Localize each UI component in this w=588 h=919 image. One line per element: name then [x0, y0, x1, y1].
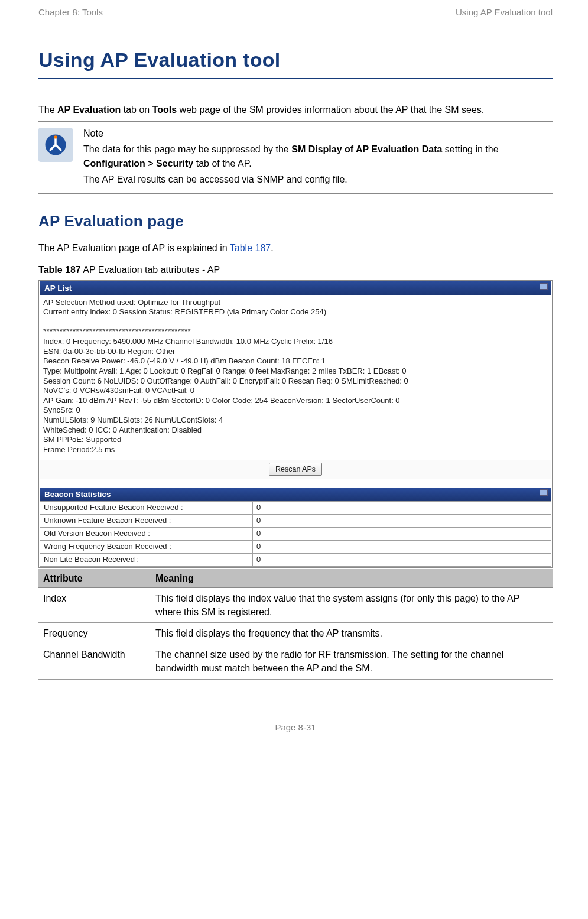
- stat-label: Unsupported Feature Beacon Received :: [40, 502, 253, 515]
- text: The: [38, 105, 57, 115]
- minimize-icon[interactable]: [540, 283, 548, 290]
- ap-list-panel-header: AP List: [40, 281, 551, 295]
- page-footer: Page 8-31: [38, 721, 553, 734]
- caption-text: AP Evaluation tab attributes - AP: [81, 265, 220, 275]
- attribute-name: Channel Bandwidth: [38, 644, 151, 679]
- table-row: Wrong Frequency Beacon Received :0: [40, 540, 551, 553]
- stat-label: Old Version Beacon Received :: [40, 527, 253, 540]
- section-heading: AP Evaluation page: [38, 210, 553, 233]
- text: .: [271, 243, 273, 253]
- note-line: The data for this page may be suppressed…: [83, 142, 553, 170]
- rescan-aps-button[interactable]: Rescan APs: [269, 463, 322, 476]
- text: web page of the SM provides information …: [177, 105, 484, 115]
- attribute-meaning: The channel size used by the radio for R…: [151, 644, 553, 679]
- table-caption: Table 187 AP Evaluation tab attributes -…: [38, 263, 553, 277]
- rescan-row: Rescan APs: [40, 460, 551, 479]
- bold-text: AP Evaluation: [57, 105, 121, 115]
- note-box: Note The data for this page may be suppr…: [38, 121, 553, 194]
- stat-label: Wrong Frequency Beacon Received :: [40, 540, 253, 553]
- ap-list-line: Session Count: 6 NoLUIDS: 0 OutOfRange: …: [43, 376, 548, 387]
- col-header-meaning: Meaning: [151, 569, 553, 588]
- stat-value: 0: [253, 515, 551, 528]
- bold-text: SM Display of AP Evaluation Data: [291, 144, 442, 154]
- attribute-name: Index: [38, 587, 151, 622]
- minimize-icon[interactable]: [540, 489, 548, 496]
- section-intro: The AP Evaluation page of AP is explaine…: [38, 241, 553, 255]
- ap-list-line: SM PPPoE: Supported: [43, 435, 548, 445]
- note-content: Note The data for this page may be suppr…: [83, 126, 553, 189]
- ap-list-separator: ****************************************…: [43, 327, 548, 337]
- beacon-stats-panel-header: Beacon Statistics: [40, 488, 551, 502]
- stat-value: 0: [253, 502, 551, 515]
- text: The AP Evaluation page of AP is explaine…: [38, 243, 230, 253]
- stat-value: 0: [253, 553, 551, 566]
- table-row: Frequency This field displays the freque…: [38, 623, 553, 644]
- bold-text: Configuration > Security: [83, 158, 193, 168]
- table-row: Unsupported Feature Beacon Received :0: [40, 502, 551, 515]
- page-header: Chapter 8: Tools Using AP Evaluation too…: [38, 6, 553, 19]
- ap-list-body: AP Selection Method used: Optimize for T…: [40, 295, 551, 460]
- stat-value: 0: [253, 527, 551, 540]
- beacon-stats-table: Unsupported Feature Beacon Received :0 U…: [40, 501, 551, 566]
- ap-list-line: AP Gain: -10 dBm AP RcvT: -55 dBm Sector…: [43, 396, 548, 406]
- stat-label: Unknown Feature Beacon Received :: [40, 515, 253, 528]
- table-row: Index This field displays the index valu…: [38, 587, 553, 622]
- text: tab of the AP.: [193, 158, 251, 168]
- page-title: Using AP Evaluation tool: [38, 46, 553, 74]
- panel-title: AP List: [44, 284, 72, 293]
- attribute-name: Frequency: [38, 623, 151, 644]
- ap-list-line: Type: Multipoint Avail: 1 Age: 0 Lockout…: [43, 366, 548, 376]
- intro-paragraph: The AP Evaluation tab on Tools web page …: [38, 103, 553, 116]
- ap-list-line: SyncSrc: 0: [43, 405, 548, 415]
- attribute-meaning: This field displays the index value that…: [151, 587, 553, 622]
- table-header-row: Attribute Meaning: [38, 569, 553, 588]
- col-header-attribute: Attribute: [38, 569, 151, 588]
- header-left: Chapter 8: Tools: [38, 6, 103, 19]
- stat-value: 0: [253, 540, 551, 553]
- note-label: Note: [83, 126, 553, 140]
- note-icon: [38, 128, 73, 162]
- text: The data for this page may be suppressed…: [83, 144, 291, 154]
- ap-list-line: ESN: 0a-00-3e-bb-00-fb Region: Other: [43, 347, 548, 357]
- ap-list-line: AP Selection Method used: Optimize for T…: [43, 298, 548, 308]
- attribute-meaning: This field displays the frequency that t…: [151, 623, 553, 644]
- panel-title: Beacon Statistics: [44, 490, 111, 499]
- ap-list-line: Index: 0 Frequency: 5490.000 MHz Channel…: [43, 337, 548, 347]
- embedded-screenshot: AP List AP Selection Method used: Optimi…: [38, 280, 553, 567]
- ap-list-line: NoVC's: 0 VCRsv/430smFail: 0 VCActFail: …: [43, 386, 548, 396]
- ap-list-line: Beacon Receive Power: -46.0 (-49.0 V / -…: [43, 356, 548, 366]
- note-line: The AP Eval results can be accessed via …: [83, 173, 553, 186]
- table-row: Channel Bandwidth The channel size used …: [38, 644, 553, 679]
- svg-point-1: [54, 135, 57, 138]
- caption-label: Table 187: [38, 265, 81, 275]
- table-row: Old Version Beacon Received :0: [40, 527, 551, 540]
- title-rule: [38, 78, 553, 79]
- ap-list-line: WhiteSched: 0 ICC: 0 Authentication: Dis…: [43, 426, 548, 436]
- table-row: Unknown Feature Beacon Received :0: [40, 515, 551, 528]
- text: tab on: [121, 105, 152, 115]
- header-right: Using AP Evaluation tool: [456, 6, 553, 19]
- bold-text: Tools: [152, 105, 177, 115]
- ap-list-line: Frame Period:2.5 ms: [43, 445, 548, 455]
- ap-list-line: NumULSlots: 9 NumDLSlots: 26 NumULContSl…: [43, 415, 548, 426]
- stat-label: Non Lite Beacon Received :: [40, 553, 253, 566]
- attributes-table: Attribute Meaning Index This field displ…: [38, 569, 553, 680]
- cross-ref-link[interactable]: Table 187: [230, 243, 271, 253]
- table-row: Non Lite Beacon Received :0: [40, 553, 551, 566]
- ap-list-line: Current entry index: 0 Session Status: R…: [43, 307, 548, 317]
- text: setting in the: [442, 144, 498, 154]
